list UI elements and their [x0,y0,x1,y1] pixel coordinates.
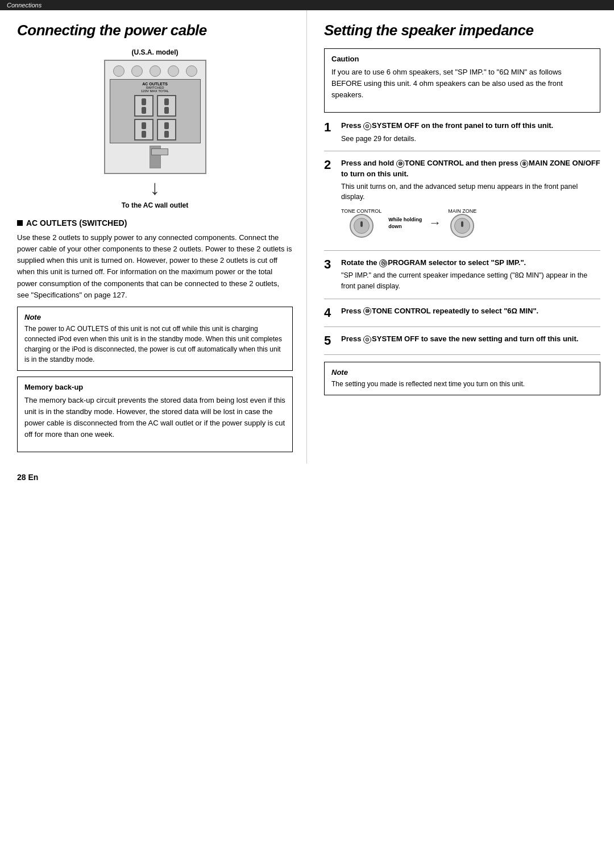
ac-panel-illustration: AC OUTLETS SWITCHED 120V MAX TOTAL [104,60,206,174]
down-label: down [388,224,402,229]
step-4: 4 Press ⑩TONE CONTROL repeatedly to sele… [324,306,600,327]
memory-backup-box: Memory back-up The memory back-up circui… [17,377,293,453]
diagram-label-usa: (U.S.A. model) [17,48,293,56]
system-off-icon: ⊙ [363,122,371,130]
main-zone-group: MAIN ZONE [448,208,476,238]
outlet-4 [157,119,176,140]
page-footer: 28 En [0,464,614,491]
step-5-content: Press ⊙SYSTEM OFF to save the new settin… [341,334,600,348]
step-1: 1 Press ⊙SYSTEM OFF on the front panel t… [324,121,600,151]
outlet-1 [134,95,154,117]
step-1-number: 1 [324,121,335,144]
main-zone-label: MAIN ZONE [448,208,476,214]
step-2-arrow-icon: → [429,216,441,230]
step-1-heading: Press ⊙SYSTEM OFF on the front panel to … [341,121,600,131]
tone-control-icon-step4: ⑩ [363,307,371,315]
step-2-number: 2 [324,158,335,243]
memory-backup-text: The memory back-up circuit prevents the … [24,395,285,441]
step-4-number: 4 [324,306,335,320]
while-holding-section: While holding down [388,217,422,229]
note-text: The power to AC OUTLETS of this unit is … [24,324,285,365]
program-icon: Ⓝ [379,259,387,267]
step-3-number: 3 [324,258,335,292]
step-5-number: 5 [324,334,335,348]
caution-title: Caution [331,55,593,63]
tone-control-knob [350,214,374,238]
step-2-content: Press and hold ⑩TONE CONTROL and then pr… [341,158,600,243]
step-5: 5 Press ⊙SYSTEM OFF to save the new sett… [324,334,600,355]
power-cable-diagram: (U.S.A. model) AC OUTLETS SWITCHED 120V … [17,48,293,209]
breadcrumb-text: Connections [7,2,42,9]
ac-outlets-body: Use these 2 outlets to supply power to a… [17,232,293,301]
step-1-body: See page 29 for details. [341,134,600,144]
note-box: Note The power to AC OUTLETS of this uni… [17,307,293,371]
note-title-2: Note [331,368,593,377]
step-2-diagram: TONE CONTROL While holding down → [341,208,600,238]
outlet-2 [157,95,176,117]
tone-control-group: TONE CONTROL [341,208,381,238]
left-column: Connecting the power cable (U.S.A. model… [0,10,307,464]
main-zone-knob [450,214,474,238]
step-5-heading: Press ⊙SYSTEM OFF to save the new settin… [341,334,600,344]
step-4-content: Press ⑩TONE CONTROL repeatedly to select… [341,306,600,320]
main-zone-icon-step2: ⑧ [520,160,528,168]
caution-text: If you are to use 6 ohm speakers, set "S… [331,67,593,101]
ac-outlets-header: AC OUTLETS (SWITCHED) [17,218,293,228]
diagram-label-ac: To the AC wall outlet [17,201,293,209]
right-column: Setting the speaker impedance Caution If… [307,10,614,464]
right-section-title: Setting the speaker impedance [324,22,600,39]
note-box-2: Note The setting you made is reflected n… [324,362,600,395]
outlet-3 [134,119,154,140]
tone-control-label: TONE CONTROL [341,208,381,214]
note-title: Note [24,313,285,321]
step-1-content: Press ⊙SYSTEM OFF on the front panel to … [341,121,600,144]
step-3-heading: Rotate the ⓃPROGRAM selector to select "… [341,258,600,268]
tone-control-icon-step2: ⑩ [396,160,404,168]
breadcrumb: Connections [0,0,614,10]
bullet-square-icon [17,220,23,226]
step-2: 2 Press and hold ⑩TONE CONTROL and then … [324,158,600,251]
note-text-2: The setting you made is reflected next t… [331,379,593,389]
ac-outlets-title: AC OUTLETS (SWITCHED) [26,218,127,228]
left-section-title: Connecting the power cable [17,22,293,39]
while-holding-label: While holding [388,217,422,222]
memory-backup-title: Memory back-up [24,383,285,391]
steps-container: 1 Press ⊙SYSTEM OFF on the front panel t… [324,121,600,355]
step-4-heading: Press ⑩TONE CONTROL repeatedly to select… [341,306,600,316]
step-2-heading: Press and hold ⑩TONE CONTROL and then pr… [341,158,600,179]
step-2-body: This unit turns on, and the advanced set… [341,181,600,203]
step-3-body: "SP IMP." and the current speaker impeda… [341,270,600,292]
step-3-content: Rotate the ⓃPROGRAM selector to select "… [341,258,600,292]
system-off-icon-step5: ⊙ [363,336,371,344]
arrow-down-icon: ↓ [17,177,293,198]
step-3: 3 Rotate the ⓃPROGRAM selector to select… [324,258,600,299]
page-number: 28 En [17,473,38,482]
caution-box: Caution If you are to use 6 ohm speakers… [324,48,600,113]
